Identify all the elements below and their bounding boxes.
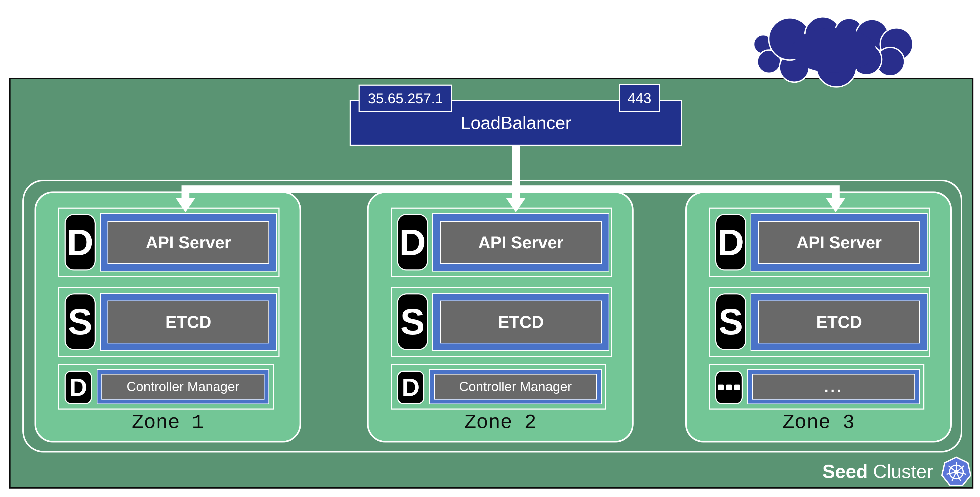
etcd-box: ETCD — [432, 293, 609, 351]
loadbalancer-label: LoadBalancer — [461, 113, 571, 133]
controller-manager-label: Controller Manager — [127, 379, 239, 394]
api-server-box: API Server — [432, 213, 609, 272]
deployment-badge: D — [65, 214, 95, 270]
api-server-label: API Server — [478, 233, 563, 252]
architecture-diagram: D API Server S ETCD D Controller Manager… — [0, 0, 980, 497]
api-server-label: API Server — [796, 233, 882, 252]
badge-letter: D — [718, 221, 744, 264]
more-workloads-plate: ... — [752, 374, 915, 400]
etcd-row: S ETCD — [58, 287, 280, 357]
more-workloads-box: ... — [748, 369, 920, 404]
ellipsis-label: ... — [824, 378, 843, 395]
deployment-badge: D — [397, 371, 425, 404]
api-server-label: API Server — [146, 233, 231, 252]
etcd-row: S ETCD — [391, 287, 612, 357]
etcd-label: ETCD — [165, 312, 211, 332]
controller-manager-row: D Controller Manager — [58, 364, 274, 410]
etcd-label: ETCD — [498, 312, 544, 332]
controller-manager-box: Controller Manager — [97, 369, 269, 404]
deployment-badge: D — [397, 214, 428, 270]
badge-letter: S — [68, 300, 92, 343]
api-server-plate: API Server — [108, 221, 269, 264]
controller-manager-row: D Controller Manager — [391, 364, 606, 410]
etcd-box: ETCD — [100, 293, 277, 351]
statefulset-badge: S — [65, 294, 95, 350]
deployment-badge: D — [65, 371, 92, 404]
api-server-row: D API Server — [58, 208, 280, 277]
badge-letter: S — [400, 300, 425, 343]
api-server-row: D API Server — [709, 208, 930, 277]
etcd-box: ETCD — [751, 293, 928, 351]
api-server-plate: API Server — [440, 221, 602, 264]
seed-cluster-title: Seed Cluster — [822, 460, 933, 482]
statefulset-badge: S — [715, 294, 746, 350]
ellipsis-badge-icon — [715, 371, 743, 404]
controller-manager-label: Controller Manager — [459, 379, 572, 394]
deployment-badge: D — [715, 214, 746, 270]
controller-manager-plate: Controller Manager — [102, 374, 264, 400]
zone-3-label: Zone 3 — [687, 411, 950, 434]
api-server-box: API Server — [100, 213, 277, 272]
etcd-plate: ETCD — [758, 300, 920, 343]
loadbalancer-ip: 35.65.257.1 — [368, 90, 443, 106]
api-server-box: API Server — [751, 213, 928, 272]
badge-letter: D — [67, 221, 93, 264]
zone-3: D API Server S ETCD ... Zone 3 — [685, 192, 952, 443]
more-workloads-row: ... — [709, 364, 924, 410]
etcd-plate: ETCD — [108, 300, 269, 343]
etcd-label: ETCD — [816, 312, 862, 332]
seed-cluster-caption: Seed Cluster — [822, 455, 972, 488]
loadbalancer-port-tag: 443 — [619, 84, 660, 112]
loadbalancer-port: 443 — [627, 90, 651, 106]
etcd-plate: ETCD — [440, 300, 602, 343]
zone-2: D API Server S ETCD D Controller Manager… — [367, 192, 633, 443]
cluster-word: Cluster — [873, 461, 933, 482]
kubernetes-icon — [940, 456, 972, 487]
zone-2-label: Zone 2 — [369, 411, 632, 434]
zone-1: D API Server S ETCD D Controller Manager… — [35, 192, 301, 443]
seed-word: Seed — [822, 461, 868, 482]
loadbalancer-ip-tag: 35.65.257.1 — [358, 84, 452, 112]
badge-letter: D — [399, 221, 426, 264]
badge-letter: D — [69, 373, 87, 402]
statefulset-badge: S — [397, 294, 428, 350]
api-server-plate: API Server — [758, 221, 920, 264]
api-server-row: D API Server — [391, 208, 612, 277]
controller-manager-box: Controller Manager — [429, 369, 602, 404]
etcd-row: S ETCD — [709, 287, 930, 357]
controller-manager-plate: Controller Manager — [434, 374, 597, 400]
zone-1-label: Zone 1 — [36, 411, 299, 434]
cloud-icon — [752, 2, 917, 90]
badge-letter: S — [718, 300, 743, 343]
badge-letter: D — [402, 373, 420, 402]
